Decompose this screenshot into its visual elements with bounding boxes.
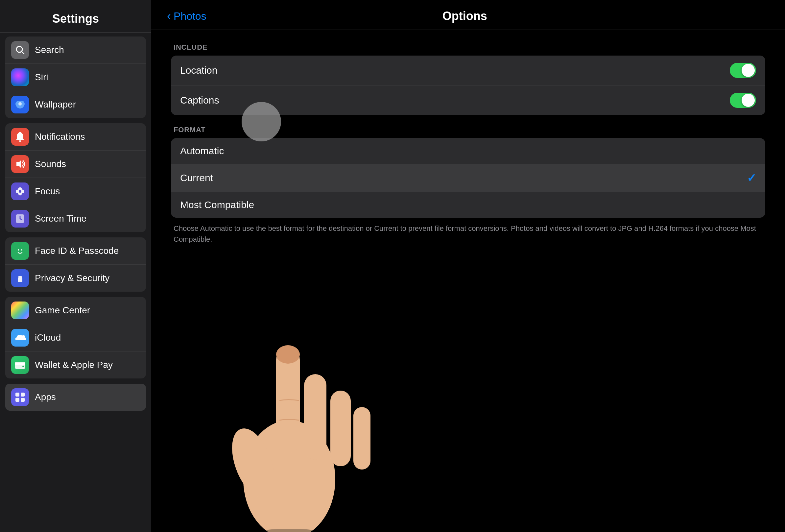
sidebar-item-label-faceid: Face ID & Passcode bbox=[35, 246, 119, 256]
sidebar-item-sounds[interactable]: Sounds bbox=[5, 151, 146, 178]
gamecenter-icon bbox=[11, 302, 29, 319]
mostcompat-label: Most Compatible bbox=[180, 199, 254, 210]
format-heading: FORMAT bbox=[174, 126, 765, 134]
settings-group-3: Face ID & Passcode Privacy & Security bbox=[5, 237, 146, 292]
focus-icon bbox=[11, 182, 29, 200]
wallpaper-icon bbox=[11, 96, 29, 113]
svg-point-9 bbox=[18, 249, 19, 251]
include-heading: INCLUDE bbox=[174, 43, 765, 52]
format-row-current[interactable]: Current ✓ bbox=[171, 164, 765, 192]
settings-group-1: Search Siri Wallpaper bbox=[5, 36, 146, 118]
format-hint: Choose Automatic to use the best format … bbox=[171, 223, 765, 245]
sidebar-item-faceid[interactable]: Face ID & Passcode bbox=[5, 237, 146, 265]
format-row-mostcompat[interactable]: Most Compatible bbox=[171, 192, 765, 218]
location-label: Location bbox=[180, 65, 217, 76]
sidebar-title: Settings bbox=[10, 12, 141, 26]
sidebar-item-label-privacy: Privacy & Security bbox=[35, 273, 109, 283]
sidebar-item-label-icloud: iCloud bbox=[35, 332, 61, 343]
captions-toggle[interactable] bbox=[730, 93, 756, 108]
svg-rect-3 bbox=[19, 141, 21, 142]
sidebar-content: Search Siri Wallpaper bbox=[0, 32, 151, 532]
svg-rect-8 bbox=[16, 246, 25, 255]
options-content: INCLUDE Location Captions FORMAT bbox=[151, 30, 785, 532]
sidebar-item-label-sounds: Sounds bbox=[35, 159, 66, 169]
sidebar-item-search[interactable]: Search bbox=[5, 36, 146, 64]
format-section: FORMAT Automatic Current ✓ Most Compatib… bbox=[171, 126, 765, 245]
svg-line-1 bbox=[22, 52, 24, 54]
location-toggle[interactable] bbox=[730, 63, 756, 78]
siri-icon bbox=[11, 68, 29, 86]
sidebar-item-gamecenter[interactable]: Game Center bbox=[5, 297, 146, 324]
format-group: Automatic Current ✓ Most Compatible bbox=[171, 138, 765, 218]
svg-rect-14 bbox=[16, 392, 19, 397]
icloud-icon bbox=[11, 329, 29, 347]
captions-row[interactable]: Captions bbox=[171, 85, 765, 115]
sidebar-header: Settings bbox=[0, 0, 151, 32]
selected-checkmark: ✓ bbox=[747, 171, 756, 184]
sidebar-item-label-notifications: Notifications bbox=[35, 131, 85, 142]
svg-point-10 bbox=[21, 249, 22, 251]
wallet-icon bbox=[11, 356, 29, 374]
notifications-icon bbox=[11, 128, 29, 146]
sidebar-item-label-siri: Siri bbox=[35, 72, 48, 82]
toggle-knob-captions bbox=[742, 94, 755, 107]
apps-icon bbox=[11, 388, 29, 406]
sidebar-item-wallpaper[interactable]: Wallpaper bbox=[5, 91, 146, 118]
sidebar-item-focus[interactable]: Focus bbox=[5, 178, 146, 205]
svg-rect-16 bbox=[16, 398, 19, 402]
sidebar-item-apps[interactable]: Apps bbox=[5, 384, 146, 411]
chevron-left-icon: ‹ bbox=[167, 10, 171, 22]
toggle-knob-location bbox=[742, 64, 755, 77]
topbar: ‹ Photos Options bbox=[151, 0, 785, 30]
back-button[interactable]: ‹ Photos bbox=[167, 10, 206, 22]
svg-marker-4 bbox=[17, 160, 21, 168]
sidebar-item-label-wallpaper: Wallpaper bbox=[35, 99, 76, 110]
sidebar-item-screentime[interactable]: Screen Time bbox=[5, 205, 146, 232]
settings-group-4: Game Center iCloud Walle bbox=[5, 297, 146, 378]
format-row-automatic[interactable]: Automatic bbox=[171, 138, 765, 164]
settings-group-2: Notifications Sounds bbox=[5, 123, 146, 232]
sidebar-item-label-focus: Focus bbox=[35, 186, 60, 197]
include-section: INCLUDE Location Captions bbox=[171, 43, 765, 115]
automatic-label: Automatic bbox=[180, 145, 224, 156]
captions-label: Captions bbox=[180, 95, 219, 106]
screentime-icon bbox=[11, 210, 29, 228]
sidebar-item-privacy[interactable]: Privacy & Security bbox=[5, 265, 146, 292]
sidebar-item-siri[interactable]: Siri bbox=[5, 64, 146, 91]
privacy-icon bbox=[11, 269, 29, 287]
sidebar-item-notifications[interactable]: Notifications bbox=[5, 123, 146, 151]
main-panel: ‹ Photos Options INCLUDE Location Captio… bbox=[151, 0, 785, 532]
settings-group-5: Apps bbox=[5, 384, 146, 411]
svg-point-2 bbox=[18, 102, 22, 105]
sounds-icon bbox=[11, 155, 29, 173]
svg-point-5 bbox=[19, 190, 21, 193]
search-icon bbox=[11, 41, 29, 59]
svg-rect-11 bbox=[15, 362, 25, 369]
include-group: Location Captions bbox=[171, 56, 765, 115]
svg-rect-12 bbox=[15, 363, 25, 365]
sidebar-item-wallet[interactable]: Wallet & Apple Pay bbox=[5, 352, 146, 378]
location-row[interactable]: Location bbox=[171, 56, 765, 85]
sidebar-item-label-screentime: Screen Time bbox=[35, 213, 86, 224]
faceid-icon bbox=[11, 242, 29, 260]
sidebar-item-label-search: Search bbox=[35, 45, 64, 55]
svg-rect-15 bbox=[21, 392, 25, 397]
sidebar-item-label-gamecenter: Game Center bbox=[35, 305, 90, 315]
sidebar: Settings Search Siri bbox=[0, 0, 151, 532]
sidebar-item-label-wallet: Wallet & Apple Pay bbox=[35, 360, 113, 370]
sidebar-item-label-apps: Apps bbox=[35, 392, 56, 402]
svg-rect-17 bbox=[21, 398, 25, 402]
svg-rect-13 bbox=[22, 365, 24, 367]
sidebar-item-icloud[interactable]: iCloud bbox=[5, 324, 146, 352]
current-label: Current bbox=[180, 172, 213, 183]
back-label: Photos bbox=[174, 10, 206, 22]
page-title: Options bbox=[206, 9, 723, 23]
